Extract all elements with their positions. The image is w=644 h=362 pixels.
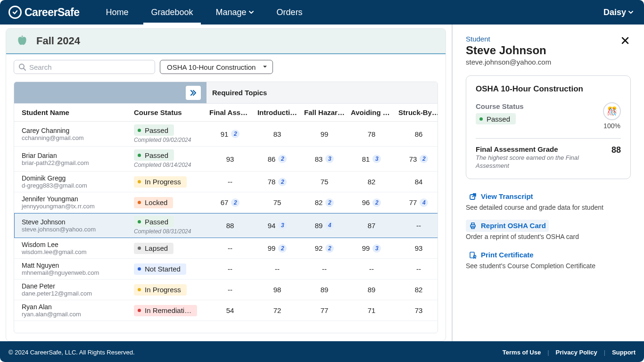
table-row[interactable]: Dane Peterdane.peter12@gmail.comIn Progr… — [14, 280, 438, 300]
status-pill: In Remediati… — [134, 305, 197, 316]
score-cell: 71 — [348, 300, 395, 321]
score-cell: 78 — [348, 122, 395, 147]
score-cell: 84 — [395, 172, 438, 192]
nav-orders[interactable]: Orders — [265, 0, 314, 25]
student-name: Jennifer Youngman — [22, 195, 119, 203]
col-intro[interactable]: Introducti… — [254, 104, 301, 122]
attempt-badge: 2 — [372, 198, 381, 207]
table-row[interactable]: Wisdom Leewisdom.lee@gmail.comLapsed--99… — [14, 238, 438, 259]
col-fall[interactable]: Fall Hazar… — [301, 104, 348, 122]
page-title: Fall 2024 — [36, 35, 80, 47]
score-cell: 82 — [348, 172, 395, 192]
score-cell: 75 — [254, 192, 301, 213]
caret-down-icon — [628, 8, 634, 17]
table-row[interactable]: Ryan Alanryan.alan@gmail.comIn Remediati… — [14, 300, 438, 321]
footer-support[interactable]: Support — [612, 349, 636, 356]
attempt-badge: 3 — [278, 221, 287, 230]
completed-date: Completed 08/31/2024 — [134, 228, 199, 235]
final-assessment-score: 88 — [611, 145, 621, 155]
attempt-badge: 3 — [372, 155, 381, 163]
status-pill: Passed — [134, 124, 174, 136]
score-cell: -- — [206, 259, 254, 280]
score-cell: 83 — [254, 122, 301, 147]
student-name: Briar Darian — [22, 152, 119, 159]
table-row[interactable]: Dominik Greggd-gregg883@gmail.comIn Prog… — [14, 172, 438, 192]
final-assessment-label: Final Assessment Grade — [476, 145, 579, 153]
status-pill: Lapsed — [134, 243, 173, 254]
score-cell: 73 — [395, 300, 438, 321]
search-input[interactable] — [14, 60, 155, 74]
student-email: ryan.alan@gmail.com — [22, 311, 119, 318]
student-email: steve.johnson@yahoo.com — [22, 226, 119, 233]
completed-date: Completed 08/14/2024 — [134, 162, 199, 168]
brand-name: CareerSafe — [25, 6, 79, 19]
panel-tag: Student — [466, 35, 551, 43]
col-avoid[interactable]: Avoiding E… — [348, 104, 395, 122]
student-name: Dominik Gregg — [22, 174, 119, 182]
student-name: Steve Johnson — [22, 218, 119, 226]
student-email: dane.peter12@gmail.com — [22, 290, 119, 297]
view-transcript-button[interactable]: View Transcript — [466, 190, 536, 203]
col-struck[interactable]: Struck-By… — [395, 104, 438, 122]
status-pill: In Progress — [134, 284, 187, 296]
score-cell: 81 3 — [348, 147, 395, 172]
student-name: Carey Channing — [22, 127, 119, 134]
table-row[interactable]: Jennifer Youngmanjennyyoungman@tx.rr.com… — [14, 192, 438, 213]
col-student-name[interactable]: Student Name — [14, 104, 126, 122]
table-row[interactable]: Matt Nguyenmhnemail@nguyenweb.comNot Sta… — [14, 259, 438, 280]
course-status-label: Course Status — [476, 102, 524, 110]
brand-logo[interactable]: CareerSafe — [8, 6, 79, 19]
student-name: Matt Nguyen — [22, 262, 119, 269]
score-cell: 73 2 — [395, 147, 438, 172]
nav-gradebook[interactable]: Gradebook — [140, 0, 204, 25]
score-cell: 96 2 — [348, 192, 395, 213]
course-summary-card: OSHA 10-Hour Construction Course Status … — [466, 75, 631, 179]
score-cell: 86 2 — [254, 147, 301, 172]
col-final[interactable]: Final Asse… — [206, 104, 254, 122]
panel-close-button[interactable] — [619, 35, 631, 48]
attempt-badge: 2 — [231, 198, 239, 207]
panel-student-name: Steve Johnson — [466, 44, 551, 57]
user-menu[interactable]: Daisy — [602, 8, 636, 17]
course-status-pill: Passed — [476, 113, 516, 124]
nav-home[interactable]: Home — [94, 0, 140, 25]
gradebook-table: Student Name Course Status Final Asse… I… — [14, 104, 438, 321]
chevrons-right-icon — [189, 89, 198, 97]
score-cell: 75 — [301, 172, 348, 192]
footer-privacy[interactable]: Privacy Policy — [556, 349, 597, 356]
student-name: Wisdom Lee — [22, 241, 119, 248]
col-course-status[interactable]: Course Status — [126, 104, 206, 122]
course-card-title: OSHA 10-Hour Construction — [476, 84, 621, 94]
score-cell: 98 — [254, 280, 301, 300]
reprint-osha-button[interactable]: Reprint OSHA Card — [466, 220, 549, 232]
reprint-osha-desc: Order a reprint of student's OSHA card — [466, 233, 631, 240]
attempt-badge: 2 — [278, 178, 287, 186]
final-assessment-sub: The highest score earned on the Final As… — [476, 154, 579, 170]
course-select[interactable]: OSHA 10-Hour Construction — [160, 60, 273, 74]
top-navbar: CareerSafe Home Gradebook Manage Orders … — [0, 0, 644, 25]
score-cell: -- — [301, 259, 348, 280]
table-row[interactable]: Carey Channingcchanning@gmail.comPassedC… — [14, 122, 438, 147]
score-cell: 93 — [206, 147, 254, 172]
attempt-badge: 4 — [325, 221, 334, 230]
student-name: Ryan Alan — [22, 303, 119, 311]
nav-manage[interactable]: Manage — [205, 0, 265, 25]
caret-down-icon — [262, 63, 268, 71]
score-cell: 94 3 — [254, 213, 301, 238]
certificate-icon — [469, 251, 477, 259]
score-cell: 88 — [206, 213, 254, 238]
printer-icon — [469, 222, 477, 230]
score-cell: -- — [206, 172, 254, 192]
nav-manage-label: Manage — [216, 8, 247, 17]
student-email: cchanning@gmail.com — [22, 134, 119, 141]
score-cell: -- — [395, 259, 438, 280]
print-certificate-button[interactable]: Print Certificate — [466, 249, 537, 261]
expand-columns-button[interactable] — [186, 86, 201, 100]
attempt-badge: 3 — [325, 155, 334, 163]
progress-badge: 🎊 — [603, 102, 621, 120]
table-row[interactable]: Steve Johnsonsteve.johnson@yahoo.comPass… — [14, 213, 438, 238]
footer-terms[interactable]: Terms of Use — [503, 349, 541, 356]
score-cell: 89 — [301, 280, 348, 300]
table-row[interactable]: Briar Darianbriar-path22@gmail.comPassed… — [14, 147, 438, 172]
panel-student-email: steve.johnson@yahoo.com — [466, 58, 551, 66]
